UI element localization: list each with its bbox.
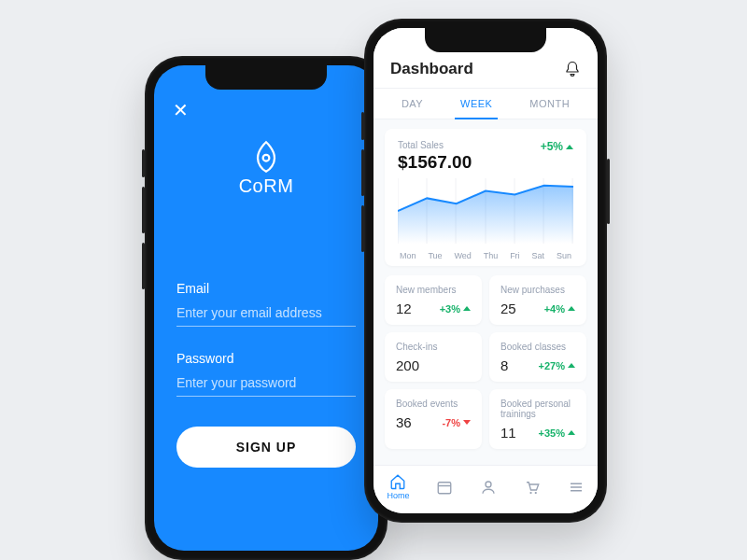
notifications-button[interactable] — [564, 61, 581, 77]
stat-value: 25 — [500, 301, 516, 316]
phone-login: ✕ CoRM Email Password SIGN UP — [145, 56, 388, 560]
svg-point-11 — [529, 491, 531, 493]
device-button — [142, 187, 145, 233]
stat-value: 12 — [396, 301, 412, 316]
stat-value: 11 — [500, 425, 516, 441]
email-label: Email — [176, 281, 356, 296]
device-button — [361, 112, 364, 140]
triangle-down-icon — [463, 420, 471, 425]
stat-title: New members — [396, 285, 471, 295]
login-screen: ✕ CoRM Email Password SIGN UP — [154, 65, 378, 551]
tab-cart[interactable] — [524, 479, 541, 496]
stat-title: Booked events — [396, 399, 471, 409]
tab-profile[interactable] — [480, 479, 497, 496]
password-field-wrap: Password — [176, 351, 356, 397]
phone-dashboard: Dashboard DAY WEEK MONTH Total Sales $15… — [364, 19, 607, 523]
stat-value: 36 — [396, 414, 412, 430]
bottom-tabbar: Home — [374, 465, 598, 513]
tab-menu[interactable] — [568, 479, 585, 496]
device-button — [361, 205, 364, 252]
day-label: Sat — [532, 251, 545, 260]
cart-icon — [524, 479, 541, 496]
svg-point-12 — [534, 491, 536, 493]
tab-home-label: Home — [387, 491, 409, 500]
tab-home[interactable]: Home — [387, 473, 409, 500]
stat-title: Booked personal trainings — [500, 399, 575, 419]
device-button — [142, 243, 145, 289]
chart-value: $1567.00 — [398, 152, 472, 173]
stat-card[interactable]: Booked events 36 -7% — [385, 389, 482, 449]
period-tabs: DAY WEEK MONTH — [374, 89, 598, 119]
user-icon — [480, 479, 497, 496]
stat-title: Booked classes — [500, 342, 575, 352]
login-form: Email Password SIGN UP — [176, 281, 356, 468]
email-field-wrap: Email — [176, 281, 356, 327]
chart-x-axis: Mon Tue Wed Thu Fri Sat Sun — [398, 247, 573, 260]
close-icon[interactable]: ✕ — [173, 99, 189, 121]
triangle-up-icon — [568, 363, 575, 368]
brand-logo: CoRM — [176, 140, 356, 197]
day-label: Mon — [400, 251, 416, 260]
stat-card[interactable]: Booked classes 8 +27% — [489, 332, 586, 382]
stat-title: New purchases — [500, 285, 575, 295]
stat-delta: +35% — [539, 427, 575, 439]
triangle-up-icon — [463, 306, 471, 311]
password-field[interactable] — [176, 370, 356, 397]
bell-icon — [564, 61, 581, 77]
day-label: Tue — [428, 251, 442, 260]
triangle-up-icon — [566, 145, 573, 149]
tab-month[interactable]: MONTH — [524, 89, 575, 119]
tab-week[interactable]: WEEK — [455, 89, 498, 119]
stat-delta: +4% — [544, 303, 575, 315]
device-notch — [425, 28, 546, 52]
stat-card[interactable]: New members 12 +3% — [385, 275, 482, 325]
signup-button[interactable]: SIGN UP — [176, 427, 356, 468]
stat-value: 8 — [500, 357, 508, 373]
day-label: Fri — [510, 251, 520, 260]
chart-delta: +5% — [541, 140, 573, 153]
chart-delta-value: +5% — [541, 140, 563, 153]
stat-delta: +27% — [539, 360, 575, 371]
svg-point-0 — [263, 155, 270, 161]
stat-card[interactable]: Check-ins 200 — [385, 332, 482, 382]
device-button — [607, 159, 610, 224]
device-button — [142, 149, 145, 177]
logo-icon — [253, 140, 279, 174]
day-label: Thu — [484, 251, 499, 260]
email-field[interactable] — [176, 300, 356, 327]
stat-title: Check-ins — [396, 342, 471, 352]
stat-delta: -7% — [442, 417, 471, 428]
device-button — [361, 149, 364, 196]
dashboard-screen: Dashboard DAY WEEK MONTH Total Sales $15… — [374, 28, 598, 513]
stats-grid: New members 12 +3% New purchases 25 +4% … — [374, 275, 598, 455]
page-title: Dashboard — [390, 60, 473, 78]
svg-point-10 — [486, 482, 491, 487]
home-icon — [389, 473, 406, 490]
tab-calendar[interactable] — [436, 479, 453, 496]
day-label: Sun — [557, 251, 571, 260]
device-notch — [205, 65, 327, 90]
stat-card[interactable]: New purchases 25 +4% — [489, 275, 586, 325]
brand-name: CoRM — [239, 175, 294, 197]
chart-label: Total Sales — [398, 140, 472, 150]
calendar-icon — [436, 479, 453, 496]
triangle-up-icon — [568, 430, 575, 435]
sales-chart — [398, 178, 573, 244]
menu-icon — [568, 479, 585, 496]
triangle-up-icon — [568, 306, 575, 311]
tab-day[interactable]: DAY — [396, 89, 429, 119]
day-label: Wed — [454, 251, 471, 260]
stat-delta: +3% — [440, 303, 471, 315]
password-label: Password — [176, 351, 356, 366]
stat-card[interactable]: Booked personal trainings 11 +35% — [489, 389, 586, 449]
total-sales-card: Total Sales $1567.00 +5% — [385, 129, 586, 266]
stat-value: 200 — [396, 357, 419, 373]
svg-rect-8 — [438, 482, 451, 493]
